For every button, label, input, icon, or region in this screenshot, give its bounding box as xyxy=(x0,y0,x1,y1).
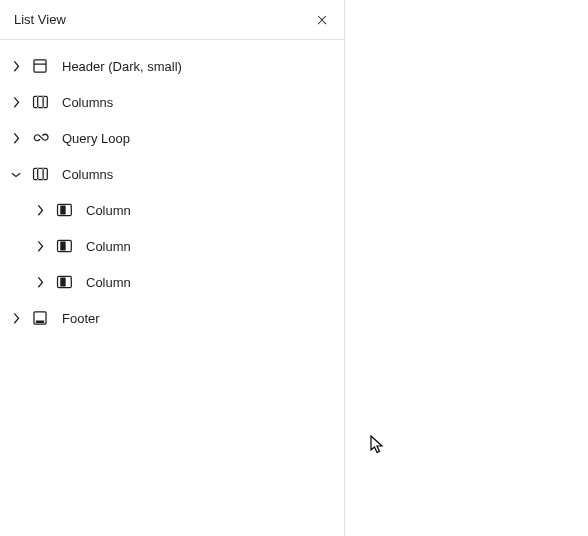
tree-row-column[interactable]: Column xyxy=(0,192,344,228)
block-label: Columns xyxy=(62,167,113,182)
columns-icon xyxy=(28,90,52,114)
chevron-right-icon xyxy=(6,128,26,148)
close-icon xyxy=(315,13,329,27)
expand-toggle[interactable] xyxy=(4,90,28,114)
header-icon xyxy=(28,54,52,78)
chevron-right-icon xyxy=(30,200,50,220)
tree-row-columns[interactable]: Columns xyxy=(0,156,344,192)
cursor-icon xyxy=(370,435,386,455)
block-label: Column xyxy=(86,239,131,254)
block-label: Query Loop xyxy=(62,131,130,146)
tree-row-column[interactable]: Column xyxy=(0,264,344,300)
columns-icon xyxy=(28,162,52,186)
panel-title: List View xyxy=(14,12,66,27)
expand-toggle[interactable] xyxy=(28,234,52,258)
tree-row-columns[interactable]: Columns xyxy=(0,84,344,120)
tree-row-query-loop[interactable]: Query Loop xyxy=(0,120,344,156)
block-label: Columns xyxy=(62,95,113,110)
loop-icon xyxy=(28,126,52,150)
panel-header: List View xyxy=(0,0,344,40)
block-tree: Header (Dark, small) Columns Query Loop xyxy=(0,40,344,344)
chevron-down-icon xyxy=(6,164,26,184)
tree-row-column[interactable]: Column xyxy=(0,228,344,264)
tree-row-header[interactable]: Header (Dark, small) xyxy=(0,48,344,84)
expand-toggle[interactable] xyxy=(4,306,28,330)
chevron-right-icon xyxy=(6,56,26,76)
collapse-toggle[interactable] xyxy=(4,162,28,186)
column-icon xyxy=(52,198,76,222)
expand-toggle[interactable] xyxy=(4,54,28,78)
list-view-panel: List View Header (Dark, small) Columns xyxy=(0,0,345,536)
block-label: Header (Dark, small) xyxy=(62,59,182,74)
tree-row-footer[interactable]: Footer xyxy=(0,300,344,336)
chevron-right-icon xyxy=(6,92,26,112)
footer-icon xyxy=(28,306,52,330)
chevron-right-icon xyxy=(30,272,50,292)
chevron-right-icon xyxy=(6,308,26,328)
block-label: Column xyxy=(86,203,131,218)
close-button[interactable] xyxy=(309,7,335,33)
expand-toggle[interactable] xyxy=(28,270,52,294)
expand-toggle[interactable] xyxy=(4,126,28,150)
block-label: Footer xyxy=(62,311,100,326)
block-label: Column xyxy=(86,275,131,290)
column-icon xyxy=(52,270,76,294)
chevron-right-icon xyxy=(30,236,50,256)
expand-toggle[interactable] xyxy=(28,198,52,222)
column-icon xyxy=(52,234,76,258)
